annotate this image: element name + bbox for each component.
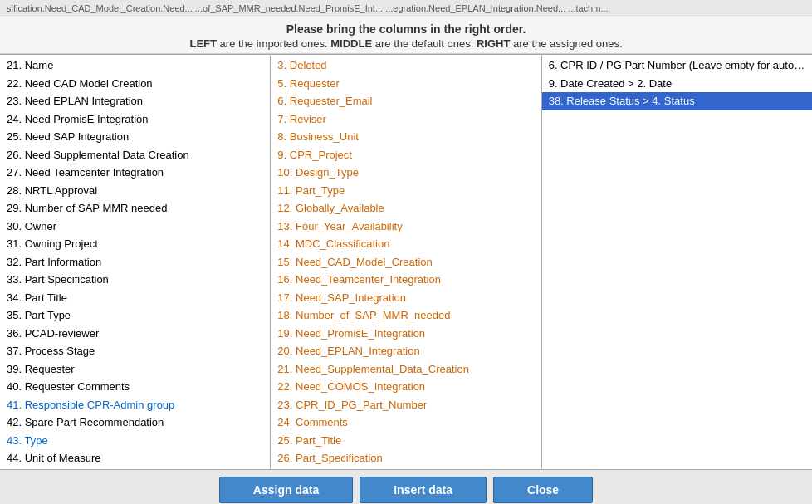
list-item[interactable]: 23. Need EPLAN Integration — [0, 92, 270, 110]
list-item[interactable]: 16. Need_Teamcenter_Integration — [271, 271, 541, 289]
middle-column: 3. Deleted5. Requester6. Requester_Email… — [271, 55, 541, 469]
middle-column-list[interactable]: 3. Deleted5. Requester6. Requester_Email… — [271, 55, 541, 469]
list-item[interactable]: 22. Need_COMOS_Integration — [271, 378, 541, 396]
label-mid: MIDDLE — [330, 37, 372, 50]
list-item[interactable]: 31. Owning Project — [0, 235, 270, 253]
list-item[interactable]: 24. Need PromisE Integration — [0, 110, 270, 129]
list-item[interactable]: 11. Part_Type — [271, 182, 541, 200]
list-item[interactable]: 25. Part_Title — [271, 432, 541, 450]
button-bar: Assign data Insert data Close — [0, 469, 812, 504]
list-item[interactable]: 25. Need SAP Integration — [0, 128, 270, 146]
list-item[interactable]: 41. Responsible CPR-Admin group — [0, 396, 270, 414]
right-column: 6. CPR ID / PG Part Number (Leave empty … — [542, 55, 812, 469]
list-item[interactable]: 27. Need Teamcenter Integration — [0, 164, 270, 182]
breadcrumb-text: sification.Need_CAD_Model_Creation.Need.… — [7, 3, 609, 13]
label-left: LEFT — [189, 37, 217, 50]
list-item[interactable]: 18. Number_of_SAP_MMR_needed — [271, 306, 541, 325]
list-item[interactable]: 7. Reviser — [271, 110, 541, 129]
list-item[interactable]: 9. Date Created > 2. Date — [542, 75, 812, 93]
list-item[interactable]: 19. Need_PromisE_Integration — [271, 325, 541, 343]
list-item[interactable]: 20. Need_EPLAN_Integration — [271, 342, 541, 360]
list-item[interactable]: 24. Comments — [271, 413, 541, 432]
list-item[interactable]: 28. NRTL Approval — [0, 182, 270, 200]
list-item[interactable]: 30. Owner — [0, 218, 270, 236]
list-item[interactable]: 17. Need_SAP_Integration — [271, 289, 541, 307]
list-item[interactable]: 33. Part Specification — [0, 271, 270, 289]
list-item[interactable]: 8. Business_Unit — [271, 128, 541, 146]
list-item[interactable]: 21. Need_Supplemental_Data_Creation — [271, 360, 541, 379]
label-right: RIGHT — [477, 37, 510, 50]
list-item[interactable]: 32. Part Information — [0, 253, 270, 272]
list-item[interactable]: 37. Process Stage — [0, 342, 270, 360]
list-item[interactable]: 35. Part Type — [0, 306, 270, 325]
instruction-right-text: are the assigned ones. — [513, 37, 623, 50]
instruction-left-text: are the imported ones. — [220, 37, 331, 50]
list-item[interactable]: 44. Unit of Measure — [0, 449, 270, 467]
left-column-list[interactable]: 21. Name22. Need CAD Model Creation23. N… — [0, 55, 270, 469]
instruction-mid-text: are the default ones. — [375, 37, 477, 50]
instruction-title: Please bring the columns in the right or… — [8, 22, 804, 36]
list-item[interactable]: 5. Requester — [271, 75, 541, 93]
right-column-list[interactable]: 6. CPR ID / PG Part Number (Leave empty … — [542, 55, 812, 469]
list-item[interactable]: 15. Need_CAD_Model_Creation — [271, 253, 541, 272]
list-item[interactable]: 29. Number of SAP MMR needed — [0, 199, 270, 218]
list-item[interactable]: 6. CPR ID / PG Part Number (Leave empty … — [542, 56, 812, 75]
list-item[interactable]: 39. Requester — [0, 360, 270, 379]
list-item[interactable]: 22. Need CAD Model Creation — [0, 75, 270, 93]
instruction-area: Please bring the columns in the right or… — [0, 17, 812, 54]
list-item[interactable]: 13. Four_Year_Availability — [271, 218, 541, 236]
list-item[interactable]: 45. 4 Year Availability — [0, 467, 270, 470]
columns-container: 21. Name22. Need CAD Model Creation23. N… — [0, 54, 812, 469]
list-item[interactable]: 43. Type — [0, 432, 270, 450]
list-item[interactable]: 23. CPR_ID_PG_Part_Number — [271, 396, 541, 414]
list-item[interactable]: 21. Name — [0, 56, 270, 75]
list-item[interactable]: 14. MDC_Classification — [271, 235, 541, 253]
list-item[interactable]: 26. Part_Specification — [271, 449, 541, 467]
list-item[interactable]: 40. Requester Comments — [0, 378, 270, 396]
list-item[interactable]: 26. Need Supplemental Data Creation — [0, 146, 270, 164]
list-item[interactable]: 12. Globally_Available — [271, 199, 541, 218]
close-button[interactable]: Close — [493, 477, 593, 503]
breadcrumb-bar: sification.Need_CAD_Model_Creation.Need.… — [0, 0, 812, 17]
list-item[interactable]: 10. Design_Type — [271, 164, 541, 182]
list-item[interactable]: 3. Deleted — [271, 56, 541, 75]
list-item[interactable]: 38. Release Status > 4. Status — [542, 92, 812, 110]
left-column: 21. Name22. Need CAD Model Creation23. N… — [0, 55, 271, 469]
list-item[interactable]: 6. Requester_Email — [271, 92, 541, 110]
insert-data-button[interactable]: Insert data — [360, 477, 487, 503]
list-item[interactable]: 42. Spare Part Recommendation — [0, 413, 270, 432]
list-item[interactable]: 9. CPR_Project — [271, 146, 541, 164]
assign-data-button[interactable]: Assign data — [219, 477, 353, 503]
instruction-subtitle: LEFT are the imported ones. MIDDLE are t… — [8, 37, 804, 50]
list-item[interactable]: 34. Part Title — [0, 289, 270, 307]
list-item[interactable]: 27. Part_Information — [271, 467, 541, 470]
list-item[interactable]: 36. PCAD-reviewer — [0, 325, 270, 343]
